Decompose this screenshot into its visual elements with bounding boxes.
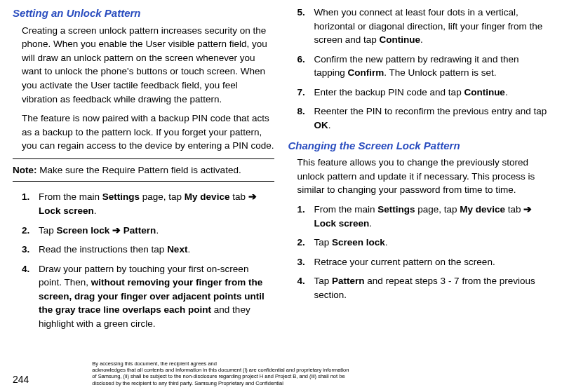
arrow-icon: ➔ — [248, 191, 257, 202]
step-item: 1. From the main Settings page, tap My d… — [22, 190, 274, 217]
text: . — [328, 120, 331, 130]
note-label: Note: — [13, 165, 37, 175]
text: page, tap — [415, 204, 460, 215]
bold-text: Settings — [377, 204, 415, 215]
text: Reenter the PIN to reconfirm the previou… — [314, 106, 547, 116]
page-number: 244 — [13, 372, 29, 386]
text: page, tap — [140, 191, 185, 202]
step-content: Tap Screen lock. — [314, 236, 550, 250]
step-item: 5. When you connect at least four dots i… — [297, 6, 550, 47]
right-column: 5. When you connect at least four dots i… — [288, 6, 550, 336]
step-content: From the main Settings page, tap My devi… — [314, 203, 550, 230]
text: From the main — [39, 191, 102, 202]
bold-text: Lock screen — [314, 218, 370, 229]
step-number: 5. — [297, 6, 314, 47]
bold-text: OK — [314, 120, 328, 130]
step-number: 1. — [297, 203, 314, 230]
footer-line: of Samsung, (ii) shall be subject to the… — [92, 373, 344, 379]
para-change-intro: This feature allows you to change the pr… — [297, 156, 550, 197]
step-number: 7. — [297, 86, 314, 100]
step-number: 6. — [297, 53, 314, 80]
steps-list-right-b: 1. From the main Settings page, tap My d… — [297, 203, 550, 302]
para-intro-2: The feature is now paired with a backup … — [22, 111, 274, 153]
bold-text: Pattern — [332, 276, 365, 286]
step-number: 2. — [22, 224, 39, 238]
footer-line: acknowledges that all contents and infor… — [92, 367, 349, 373]
step-content: Enter the backup PIN code and tap Contin… — [314, 86, 550, 100]
left-column: Setting an Unlock Pattern Creating a scr… — [13, 6, 274, 336]
bold-text: Continue — [380, 34, 421, 45]
note-text: Make sure the Require Pattern field is a… — [37, 165, 241, 175]
text: . The Unlock pattern is set. — [384, 67, 496, 78]
footer-line: disclosed by the recipient to any third … — [92, 380, 283, 386]
text: From the main — [314, 204, 378, 215]
step-item: 6. Confirm the new pattern by redrawing … — [297, 53, 550, 80]
bold-text: Next — [167, 244, 187, 255]
text: . — [385, 237, 388, 248]
bold-text: Screen lock — [332, 237, 385, 248]
text: Read the instructions then tap — [39, 244, 167, 255]
step-content: Reenter the PIN to reconfirm the previou… — [314, 104, 550, 132]
page-footer: 244 By accessing this document, the reci… — [13, 360, 549, 387]
step-content: When you connect at least four dots in a… — [314, 6, 550, 47]
note-block: Note: Make sure the Require Pattern fiel… — [13, 158, 274, 182]
step-number: 1. — [22, 190, 39, 217]
step-item: 4. Tap Pattern and repeat steps 3 - 7 fr… — [297, 274, 550, 302]
text: . — [94, 205, 97, 216]
bold-text: Continue — [464, 87, 505, 97]
para-intro-1: Creating a screen unlock pattern increas… — [22, 24, 274, 106]
arrow-icon: ➔ — [112, 225, 121, 236]
bold-text: Lock screen — [39, 205, 94, 216]
step-content: Draw your pattern by touching your first… — [39, 262, 274, 331]
heading-setting-unlock: Setting an Unlock Pattern — [13, 6, 274, 21]
text: . — [420, 34, 423, 45]
step-number: 8. — [297, 104, 314, 132]
text: Tap — [39, 225, 57, 236]
text: tab — [229, 191, 248, 202]
step-number: 3. — [297, 255, 314, 269]
text: . — [187, 244, 190, 255]
step-content: From the main Settings page, tap My devi… — [39, 190, 274, 217]
text: . — [156, 225, 159, 236]
arrow-icon: ➔ — [523, 204, 532, 215]
heading-changing-pattern: Changing the Screen Lock Pattern — [288, 138, 550, 154]
bold-text: Screen lock — [57, 225, 110, 236]
text: Retrace your current pattern on the scre… — [314, 257, 495, 267]
step-item: 2. Tap Screen lock. — [297, 236, 550, 250]
step-item: 3. Retrace your current pattern on the s… — [297, 255, 550, 269]
bold-text: Settings — [102, 191, 140, 202]
step-content: Tap Screen lock ➔ Pattern. — [39, 224, 274, 238]
step-number: 4. — [22, 262, 39, 331]
step-item: 1. From the main Settings page, tap My d… — [297, 203, 550, 230]
step-item: 7. Enter the backup PIN code and tap Con… — [297, 86, 550, 100]
step-content: Retrace your current pattern on the scre… — [314, 255, 550, 269]
text: Tap — [314, 237, 333, 248]
step-content: Read the instructions then tap Next. — [39, 243, 274, 257]
text: . — [369, 218, 372, 229]
step-item: 2. Tap Screen lock ➔ Pattern. — [22, 224, 274, 238]
bold-text: Pattern — [123, 225, 156, 236]
footer-confidential-text: By accessing this document, the recipien… — [92, 360, 349, 387]
bold-text: My device — [185, 191, 230, 202]
steps-list-right-a: 5. When you connect at least four dots i… — [297, 6, 550, 133]
steps-list-left: 1. From the main Settings page, tap My d… — [22, 190, 274, 330]
footer-line: By accessing this document, the recipien… — [92, 360, 217, 367]
bold-text: My device — [460, 204, 505, 215]
step-item: 4. Draw your pattern by touching your fi… — [22, 262, 274, 331]
step-number: 2. — [297, 236, 314, 250]
bold-text: Confirm — [348, 67, 384, 78]
step-number: 3. — [22, 243, 39, 257]
text: Tap — [314, 276, 333, 286]
text: Enter the backup PIN code and tap — [314, 87, 464, 97]
text: When you connect at least four dots in a… — [314, 7, 543, 45]
two-column-layout: Setting an Unlock Pattern Creating a scr… — [13, 6, 549, 336]
step-item: 3. Read the instructions then tap Next. — [22, 243, 274, 257]
step-number: 4. — [297, 274, 314, 302]
text: . — [505, 87, 508, 97]
step-item: 8. Reenter the PIN to reconfirm the prev… — [297, 104, 550, 132]
step-content: Tap Pattern and repeat steps 3 - 7 from … — [314, 274, 550, 302]
step-content: Confirm the new pattern by redrawing it … — [314, 53, 550, 80]
text: tab — [505, 204, 523, 215]
